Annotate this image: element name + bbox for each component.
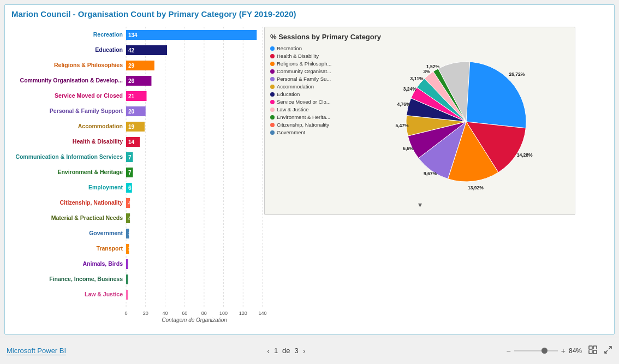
svg-text:4,76%: 4,76% (397, 102, 410, 107)
svg-text:60: 60 (182, 311, 187, 316)
svg-text:3: 3 (128, 246, 132, 252)
svg-text:Material & Practical Needs: Material & Practical Needs (51, 214, 123, 221)
legend-label: Community Organisat... (277, 68, 331, 74)
svg-text:6,6%: 6,6% (403, 146, 414, 151)
legend-color-dot (270, 69, 275, 74)
legend-label: Environment & Herita... (277, 114, 330, 120)
svg-text:13,92%: 13,92% (468, 185, 484, 190)
legend-color-dot (270, 130, 275, 135)
legend-label: Government (277, 129, 305, 135)
pie-chart-overlay: % Sessions by Primary Category Recreatio… (264, 27, 575, 215)
legend-item: Recreation (270, 45, 358, 51)
svg-text:20: 20 (128, 109, 135, 115)
legend-color-dot (270, 46, 275, 51)
legend-item: Education (270, 91, 358, 97)
app-container: Marion Council - Organisation Count by P… (0, 0, 619, 364)
legend-label: Service Moved or Clo... (277, 99, 331, 105)
svg-text:Personal & Family Support: Personal & Family Support (50, 108, 123, 114)
svg-text:3,11%: 3,11% (410, 76, 424, 81)
svg-text:14,28%: 14,28% (517, 152, 533, 158)
legend-label: Recreation (277, 45, 302, 51)
legend-item: Community Organisat... (270, 68, 358, 74)
next-page-button[interactable]: › (303, 347, 306, 355)
legend-item: Service Moved or Clo... (270, 99, 358, 105)
right-controls: − + 84% (507, 345, 612, 356)
svg-text:7: 7 (128, 170, 132, 176)
zoom-plus-button[interactable]: + (561, 347, 566, 355)
svg-text:Law & Justice: Law & Justice (85, 291, 123, 297)
svg-text:Religions & Philosophies: Religions & Philosophies (54, 62, 123, 68)
page-total: 3 (295, 347, 299, 355)
svg-text:20: 20 (143, 311, 148, 316)
chart-area: Marion Council - Organisation Count by P… (4, 4, 615, 335)
legend-item: Religions & Philosoph... (270, 61, 358, 67)
svg-text:Contagem de Organization: Contagem de Organization (162, 317, 227, 323)
pie-legend: RecreationHealth & DisabilityReligions &… (270, 45, 358, 198)
legend-label: Health & Disability (277, 53, 319, 59)
svg-text:42: 42 (128, 47, 135, 53)
legend-label: Citizenship, Nationality (277, 122, 329, 128)
svg-text:Community Organisation & Devel: Community Organisation & Develop... (20, 77, 123, 83)
svg-text:Government: Government (89, 230, 123, 236)
svg-text:0: 0 (124, 311, 127, 316)
svg-text:26: 26 (128, 78, 135, 84)
svg-rect-83 (593, 350, 597, 354)
svg-text:134: 134 (128, 32, 138, 38)
svg-text:7: 7 (128, 154, 132, 160)
legend-color-dot (270, 115, 275, 120)
svg-text:3,24%: 3,24% (403, 86, 417, 92)
pagination: ‹ 1 de 3 › (267, 347, 305, 355)
svg-text:100: 100 (219, 311, 228, 316)
svg-rect-82 (589, 346, 592, 349)
pie-chart-content: RecreationHealth & DisabilityReligions &… (270, 45, 569, 198)
svg-text:Recreation: Recreation (93, 31, 123, 38)
zoom-minus-button[interactable]: − (507, 347, 511, 355)
fullscreen-icon[interactable] (588, 345, 597, 356)
svg-text:6: 6 (128, 185, 132, 191)
pie-chart-title: % Sessions by Primary Category (270, 33, 569, 41)
bottom-bar: Microsoft Power BI ‹ 1 de 3 › − + 84% (0, 337, 619, 364)
legend-item: Government (270, 129, 358, 135)
zoom-slider[interactable] (514, 350, 558, 351)
svg-text:1,52%: 1,52% (426, 64, 440, 69)
svg-text:29: 29 (128, 63, 135, 69)
scroll-indicator[interactable]: ▾ (270, 200, 569, 209)
legend-color-dot (270, 62, 275, 66)
legend-label: Law & Justice (277, 106, 309, 112)
zoom-controls: − + 84% (507, 347, 582, 355)
legend-label: Religions & Philosoph... (277, 61, 331, 67)
legend-color-dot (270, 54, 275, 58)
legend-label: Personal & Family Su... (277, 76, 331, 82)
zoom-percent: 84% (569, 347, 582, 355)
svg-text:Health & Disability: Health & Disability (73, 138, 123, 145)
page-separator: de (282, 347, 290, 355)
svg-text:80: 80 (201, 311, 207, 316)
svg-text:Accommodation: Accommodation (78, 123, 123, 129)
svg-text:26,72%: 26,72% (509, 71, 525, 77)
powerbi-link[interactable]: Microsoft Power BI (7, 347, 66, 355)
svg-text:14: 14 (128, 139, 135, 145)
svg-text:4: 4 (128, 216, 132, 222)
svg-text:Education: Education (95, 46, 123, 53)
legend-color-dot (270, 85, 275, 89)
pie-svg-container: 26,72%14,28%13,92%9,67%6,6%5,47%4,76%3,2… (363, 45, 569, 198)
legend-label: Education (277, 91, 300, 97)
svg-text:2: 2 (128, 261, 132, 267)
svg-text:5,47%: 5,47% (395, 123, 409, 128)
svg-text:2: 2 (128, 292, 132, 298)
svg-text:140: 140 (258, 311, 266, 316)
svg-text:Employment: Employment (88, 184, 123, 190)
legend-item: Personal & Family Su... (270, 76, 358, 82)
expand-icon[interactable] (604, 345, 612, 356)
svg-text:40: 40 (162, 311, 168, 316)
legend-color-dot (270, 123, 275, 127)
svg-text:Finance, Income, Business: Finance, Income, Business (49, 276, 123, 282)
zoom-handle[interactable] (541, 348, 547, 354)
svg-text:Environment & Heritage: Environment & Heritage (57, 169, 123, 175)
svg-text:Communication & Information Se: Communication & Information Services (15, 153, 123, 160)
legend-color-dot (270, 100, 275, 104)
prev-page-button[interactable]: ‹ (267, 347, 270, 355)
chart-title: Marion Council - Organisation Count by P… (5, 5, 614, 21)
svg-text:19: 19 (128, 124, 135, 130)
legend-label: Accommodation (277, 83, 314, 89)
